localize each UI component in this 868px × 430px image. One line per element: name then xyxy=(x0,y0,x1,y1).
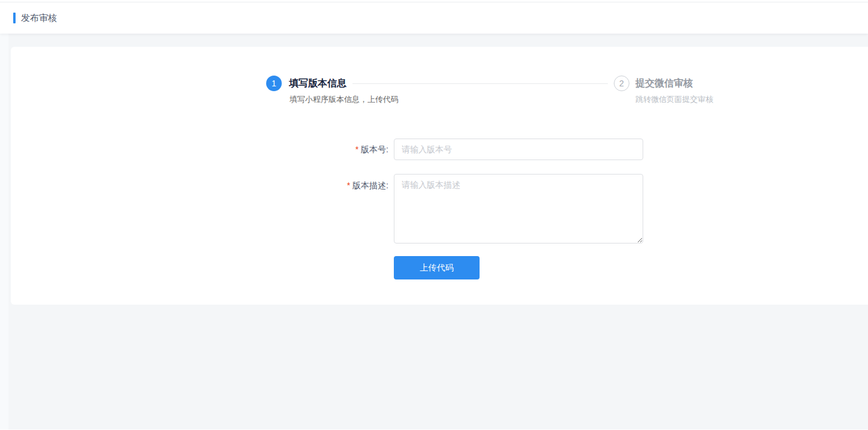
page-header: 发布审核 xyxy=(0,2,868,34)
content-area: 1 填写版本信息 填写小程序版本信息，上传代码 2 提交微信审核 跳转微信页面提… xyxy=(0,34,868,429)
step-1-head: 1 填写版本信息 xyxy=(266,76,614,91)
version-number-label-text: 版本号: xyxy=(361,145,388,154)
step-connector-line xyxy=(352,83,608,84)
version-number-input[interactable] xyxy=(394,139,643,160)
page-title: 发布审核 xyxy=(21,13,57,24)
version-number-label: *版本号: xyxy=(11,139,388,160)
step-fill-version-info: 1 填写版本信息 填写小程序版本信息，上传代码 xyxy=(266,76,614,105)
step-1-title: 填写版本信息 xyxy=(289,77,346,90)
version-description-label-text: 版本描述: xyxy=(352,181,388,190)
steps: 1 填写版本信息 填写小程序版本信息，上传代码 2 提交微信审核 跳转微信页面提… xyxy=(266,76,713,105)
publish-review-card: 1 填写版本信息 填写小程序版本信息，上传代码 2 提交微信审核 跳转微信页面提… xyxy=(11,47,868,305)
step-1-indicator: 1 xyxy=(266,76,282,91)
version-description-label: *版本描述: xyxy=(11,174,388,190)
version-description-textarea[interactable] xyxy=(394,174,643,243)
required-asterisk-version-description: * xyxy=(347,181,350,190)
required-asterisk-version-number: * xyxy=(355,145,358,154)
step-submit-wechat-review: 2 提交微信审核 跳转微信页面提交审核 xyxy=(614,76,713,105)
step-2-subtitle: 跳转微信页面提交审核 xyxy=(635,94,713,105)
step-2-indicator: 2 xyxy=(614,76,629,91)
upload-code-button[interactable]: 上传代码 xyxy=(394,256,480,279)
step-1-subtitle: 填写小程序版本信息，上传代码 xyxy=(290,94,614,105)
step-2-title: 提交微信审核 xyxy=(635,77,693,90)
submit-row: 上传代码 xyxy=(11,256,868,279)
version-number-row: *版本号: xyxy=(11,139,868,160)
title-accent-bar xyxy=(13,13,16,23)
version-description-row: *版本描述: xyxy=(11,174,868,243)
step-2-head: 2 提交微信审核 xyxy=(614,76,713,91)
